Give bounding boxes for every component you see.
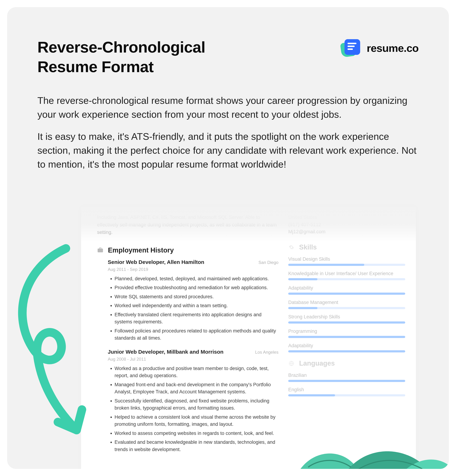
job-title: Junior Web Developer, Millbank and Morri… [108,349,224,355]
intro-para-1: The reverse-chronological resume format … [37,94,419,121]
skill-label: Knowledgable in User Interface/ User Exp… [288,271,405,277]
skill-item: Strong Leadership Skills [288,314,405,323]
skill-bar [288,307,405,309]
employment-heading: Employment History [108,246,174,254]
skill-item: Adaptability [288,285,405,295]
job-bullet: Worked as a productive and positive team… [114,365,278,379]
contact-phone: (917) 407-5112 [288,221,405,228]
skill-item: Database Management [288,299,405,309]
resume-main-column: Including Java, ASP.NET, C#, IIS, Tomcat… [97,214,278,460]
employment-section-header: Employment History [97,246,278,254]
skill-item: Visual Design Skills [288,256,405,266]
job-dates: Aug 2011 - Sep 2019 [108,267,278,272]
brand-logo: resume.co [340,37,419,59]
job-bullet: Effectively translated client requiremen… [114,311,278,325]
gear-icon [288,244,295,250]
skill-label: Programming [288,328,405,334]
skill-bar [288,264,405,266]
languages-list: BrazilianEnglish [288,372,405,396]
skill-bar [288,278,405,280]
job-bullet: Worked well independently and within a t… [114,302,278,309]
skill-label: Adaptability [288,343,405,349]
job-bullet: Provided effective troubleshooting and r… [114,284,278,291]
document-card: Reverse-Chronological Resume Format resu… [7,7,449,469]
decorative-arrow-icon [7,241,95,455]
skill-bar [288,350,405,352]
skill-label: Adaptability [288,285,405,291]
skill-label: Strong Leadership Skills [288,314,405,320]
decorative-leaves-icon [292,414,449,469]
language-label: Brazilian [288,372,405,378]
job-entry: Senior Web Developer, Allen HamiltonSan … [97,259,278,342]
skill-bar [288,322,405,323]
title-line-1: Reverse-Chronological [37,38,205,56]
job-entry: Junior Web Developer, Millbank and Morri… [97,349,278,453]
job-location: Los Angeles [255,350,278,355]
languages-section-header: Languages [288,359,405,367]
skill-bar [288,293,405,295]
brand-logo-icon [340,37,361,59]
contact-block: United States (917) 407-5112 Mj12@gmail.… [288,214,405,235]
page-title: Reverse-Chronological Resume Format [37,37,205,76]
job-location: San Diego [258,260,278,265]
brand-name: resume.co [367,42,419,54]
job-bullets: Planned, developed, tested, deployed, an… [108,275,278,342]
globe-icon [288,360,295,367]
skills-list: Visual Design SkillsKnowledgable in User… [288,256,405,353]
skill-label: Database Management [288,299,405,306]
skill-bar [288,336,405,338]
skill-item: Programming [288,328,405,338]
intro-para-2: It is easy to make, it's ATS-friendly, a… [37,129,419,171]
profile-text-faded: Including Java, ASP.NET, C#, IIS, Tomcat… [97,214,278,243]
job-dates: Aug 2008 - Jul 2011 [108,357,278,362]
languages-heading: Languages [299,359,335,367]
contact-country: United States [288,214,405,221]
language-label: English [288,387,405,393]
job-bullet: Planned, developed, tested, deployed, an… [114,275,278,282]
jobs-list: Senior Web Developer, Allen HamiltonSan … [97,259,278,453]
skill-item: Knowledgable in User Interface/ User Exp… [288,271,405,280]
job-bullet: Worked to assess competing websites in r… [114,430,278,437]
job-bullet: Followed policies and procedures related… [114,327,278,342]
skills-section-header: Skills [288,243,405,251]
contact-email: Mj12@gmail.com [288,228,405,235]
job-bullet: Helped to achieve a consistent look and … [114,414,278,428]
intro-text: The reverse-chronological resume format … [37,94,419,171]
job-bullet: Evaluated and became knowledgeable in ne… [114,439,278,453]
header-row: Reverse-Chronological Resume Format resu… [37,37,419,76]
skills-heading: Skills [299,243,317,251]
job-bullet: Managed front-end and back-end developme… [114,381,278,396]
title-line-2: Resume Format [37,58,154,76]
skill-label: Visual Design Skills [288,256,405,262]
job-bullets: Worked as a productive and positive team… [108,365,278,453]
job-title: Senior Web Developer, Allen Hamilton [108,259,204,265]
language-item: English [288,387,405,396]
language-item: Brazilian [288,372,405,382]
job-bullet: Successfully identified, diagnosed, and … [114,397,278,412]
job-bullet: Wrote SQL statements and stored procedur… [114,293,278,300]
language-bar [288,380,405,382]
briefcase-icon [97,247,103,253]
language-bar [288,394,405,396]
skill-item: Adaptability [288,343,405,352]
